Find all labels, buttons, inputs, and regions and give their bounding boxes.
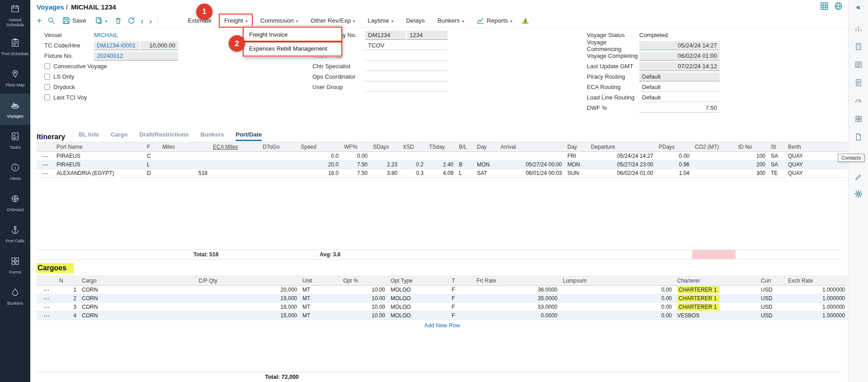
analytics-chart-icon[interactable] — [854, 24, 863, 34]
other-revexp-menu-button[interactable]: Other Rev/Exp — [307, 15, 359, 26]
row-menu-icon[interactable] — [37, 303, 57, 311]
cell-sdays[interactable]: 2.23 — [370, 160, 400, 169]
voy-no-field-2[interactable]: 1234 — [407, 31, 448, 40]
fixture-no-field[interactable]: 20240012 — [94, 52, 178, 61]
search-icon[interactable] — [47, 17, 55, 24]
cell-exch-rate[interactable]: 1.000000 — [785, 311, 848, 320]
cell-charterer[interactable]: VESBOS — [675, 311, 758, 320]
cell-speed[interactable]: 0.0 — [298, 152, 341, 160]
cell-n[interactable]: 1 — [57, 286, 79, 294]
row-menu-icon[interactable] — [37, 286, 57, 294]
cell-exch-rate[interactable]: 1.000000 — [785, 294, 848, 303]
sidebar-item-alerts[interactable]: Alerts — [0, 156, 30, 187]
trade-area-field[interactable] — [365, 52, 448, 61]
cell-tsday[interactable]: 4.09 — [426, 169, 456, 178]
row-menu-icon[interactable] — [37, 169, 54, 178]
cell-tsday[interactable]: 2.40 — [426, 160, 456, 169]
cell-opt-type[interactable]: MOLOO — [388, 303, 449, 311]
calculator-icon[interactable] — [854, 42, 863, 52]
cell-departure[interactable]: 05/24/24 14:27 — [588, 152, 656, 160]
cell-st[interactable]: SA — [768, 152, 785, 160]
cell-cargo[interactable]: CORN — [79, 311, 196, 320]
cell-bl[interactable]: L — [456, 169, 474, 178]
cell-miles[interactable]: 518 — [160, 169, 210, 178]
cell-eca-miles[interactable] — [210, 160, 260, 169]
add-new-row-link[interactable]: Add New Row — [424, 322, 460, 329]
cell-co2-flagged[interactable] — [692, 160, 736, 169]
cell-function[interactable]: C — [144, 152, 160, 160]
cell-curr[interactable]: USD — [758, 294, 785, 303]
cell-tsday[interactable] — [426, 152, 456, 160]
cell-cp-qty[interactable]: 19,000 — [196, 294, 300, 303]
cell-function[interactable]: L — [144, 160, 160, 169]
cell-unit[interactable]: MT — [300, 311, 340, 320]
cell-st[interactable]: SA — [768, 160, 785, 169]
cell-t[interactable]: F — [449, 294, 474, 303]
cell-lumpsum[interactable]: 0.00 — [560, 311, 675, 320]
tiles-icon[interactable] — [854, 115, 863, 125]
cargo-row-4[interactable]: 4 CORN 15,000 MT 10.00 MOLOO F 0.0000 0.… — [37, 311, 848, 320]
cell-pdays[interactable]: 1.04 — [656, 169, 692, 178]
menu-item-freight-invoice[interactable]: Freight Invoice — [245, 28, 340, 41]
cell-cp-qty[interactable]: 18,000 — [196, 303, 300, 311]
cell-wf[interactable]: 7.50 — [341, 169, 370, 178]
cell-bl[interactable] — [456, 152, 474, 160]
cell-port-name[interactable]: PIRAEUS — [54, 160, 144, 169]
cell-curr[interactable]: USD — [758, 286, 785, 294]
delete-trash-icon[interactable] — [114, 17, 122, 24]
cell-n[interactable]: 3 — [57, 303, 79, 311]
cell-dtogo[interactable] — [260, 160, 298, 169]
cell-frt-rate[interactable]: 33.0000 — [474, 303, 560, 311]
cell-cp-qty[interactable]: 20,000 — [196, 286, 300, 294]
cell-speed[interactable]: 20.0 — [298, 160, 341, 169]
breadcrumb[interactable]: Voyages / — [37, 3, 68, 11]
tc-hire-field[interactable]: 10,000.00 — [140, 41, 178, 50]
row-menu-icon[interactable] — [37, 294, 57, 303]
reports-menu-button[interactable]: Reports — [473, 15, 516, 26]
itinerary-row-1[interactable]: PIRAEUS C 0.0 0.00 FRI 05/24/24 14:27 0.… — [37, 152, 848, 160]
cell-miles[interactable] — [160, 152, 210, 160]
last-update-gmt-field[interactable]: 07/22/24 14:12 — [639, 62, 720, 71]
cell-day-arrival[interactable]: MON — [474, 160, 498, 169]
freight-menu-button[interactable]: Freight 1 — [221, 15, 251, 26]
sidebar-item-port-schedule[interactable]: Port Schedule — [0, 31, 30, 62]
copy-button[interactable] — [93, 15, 109, 26]
cell-exch-rate[interactable]: 1.000000 — [785, 303, 848, 311]
cell-day-departure[interactable]: MON — [565, 160, 588, 169]
cell-curr[interactable]: USD — [758, 311, 785, 320]
cell-miles[interactable] — [160, 160, 210, 169]
cell-t[interactable]: F — [449, 286, 474, 294]
cell-charterer[interactable]: CHARTERER 1 — [675, 303, 758, 311]
tab-cargo[interactable]: Cargo — [111, 131, 128, 141]
eca-routing-field[interactable]: Default — [639, 83, 720, 92]
cell-lumpsum[interactable]: 0.00 — [560, 286, 675, 294]
globe-icon[interactable] — [834, 2, 843, 12]
cell-xsd[interactable]: 0.2 — [400, 160, 426, 169]
cell-sdays[interactable] — [370, 152, 400, 160]
document-panel-icon[interactable] — [854, 79, 863, 89]
cell-day-arrival[interactable] — [474, 152, 498, 160]
delays-button[interactable]: Delays — [402, 15, 428, 26]
cell-exch-rate[interactable]: 1.000000 — [785, 286, 848, 294]
cell-unit[interactable]: MT — [300, 286, 340, 294]
refresh-icon[interactable] — [127, 17, 135, 24]
cell-opt-type[interactable]: MOLOO — [388, 311, 449, 320]
ls-only-checkbox[interactable] — [44, 74, 50, 80]
save-button[interactable]: Save — [61, 15, 88, 26]
cell-st[interactable]: TE — [768, 169, 785, 178]
cell-id-no[interactable]: 100 — [736, 152, 768, 160]
cell-opt-type[interactable]: MOLOO — [388, 294, 449, 303]
cell-arrival[interactable]: 05/27/24 00:00 — [498, 160, 565, 169]
sidebar-item-fleet-map[interactable]: Fleet Map — [0, 62, 30, 94]
user-group-field[interactable] — [365, 83, 448, 92]
voyage-completing-field[interactable]: 06/02/24 01:00 — [639, 52, 720, 61]
sidebar-item-voyages[interactable]: Voyages — [0, 94, 30, 125]
menu-item-expenses-rebill-management[interactable]: Expenses Rebill Management 2 — [245, 42, 340, 55]
cell-cargo[interactable]: CORN — [79, 294, 196, 303]
cell-curr[interactable]: USD — [758, 303, 785, 311]
cell-lumpsum[interactable]: 0.00 — [560, 294, 675, 303]
cargo-row-2[interactable]: 2 CORN 19,000 MT 10.00 MOLOO F 35.0000 0… — [37, 294, 848, 303]
cell-speed[interactable]: 18.0 — [298, 169, 341, 178]
tab-draft-restrictions[interactable]: Draft/Restrictions — [139, 131, 189, 141]
cell-day-departure[interactable]: SUN — [565, 169, 588, 178]
